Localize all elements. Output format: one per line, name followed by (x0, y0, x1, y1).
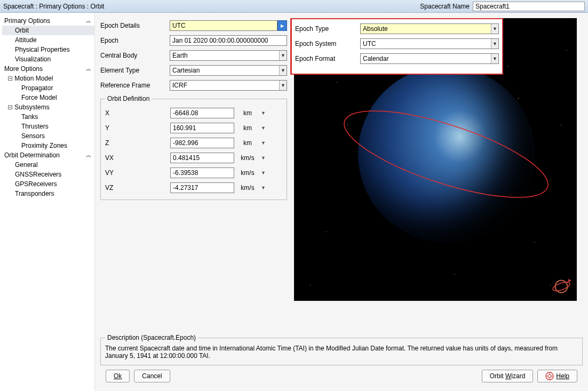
orbit-vx-input[interactable] (170, 153, 234, 163)
epoch-format-combo[interactable]: Calendar▼ (360, 53, 499, 64)
orbit-vz-input[interactable] (170, 182, 234, 193)
chevron-down-icon: ▼ (491, 24, 498, 34)
epoch-details-popup-overlay: Epoch Type Absolute▼ Epoch System UTC▼ E… (291, 18, 503, 75)
description-text: The current Spacecraft date and time in … (105, 345, 578, 360)
svg-point-5 (548, 374, 551, 378)
orbit-vz-unit: km/s (234, 184, 261, 191)
unit-menu-z[interactable]: ▼ (261, 140, 268, 146)
section-primary-options[interactable]: Primary Options︽ (2, 16, 94, 26)
sidebar-item-transponders[interactable]: Transponders (2, 189, 94, 198)
orbit-definition-legend: Orbit Definition (105, 95, 152, 102)
sidebar-item-orbit[interactable]: Orbit (2, 26, 94, 35)
sidebar-item-physical-properties[interactable]: Physical Properties (2, 45, 94, 54)
epoch-details-expand-button[interactable]: ▶ (277, 20, 287, 31)
sidebar-item-tanks[interactable]: Tanks (2, 112, 94, 122)
cancel-button[interactable]: Cancel (134, 370, 170, 382)
chevron-up-icon: ︽ (85, 151, 92, 159)
orbit-z-input[interactable] (170, 138, 234, 148)
orbit-x-unit: km (234, 109, 261, 117)
epoch-label: Epoch (100, 37, 170, 44)
unit-menu-x[interactable]: ▼ (261, 110, 268, 116)
reference-frame-combo[interactable]: ICRF▼ (170, 80, 287, 91)
unit-menu-vy[interactable]: ▼ (261, 170, 268, 175)
sidebar-item-force-model[interactable]: Force Model (2, 93, 94, 102)
title-bar: Spacecraft : Primary Options : Orbit Spa… (0, 0, 588, 13)
ok-button[interactable]: Ok (106, 370, 130, 382)
sidebar-item-thrusters[interactable]: Thrusters (2, 122, 94, 131)
sidebar-item-proximity-zones[interactable]: Proximity Zones (2, 141, 94, 150)
section-subsystems[interactable]: ⊟ Subsystems (2, 102, 94, 112)
element-type-combo[interactable]: Cartesian▼ (170, 65, 287, 76)
central-body-label: Central Body (100, 52, 170, 59)
svg-marker-3 (568, 278, 571, 282)
chevron-down-icon: ▼ (279, 51, 287, 60)
unit-menu-y[interactable]: ▼ (261, 125, 268, 131)
svg-point-0 (336, 93, 557, 215)
reference-frame-label: Reference Frame (100, 82, 170, 89)
sidebar-item-visualization[interactable]: Visualization (2, 54, 94, 64)
svg-point-2 (552, 280, 571, 292)
unit-menu-vx[interactable]: ▼ (261, 155, 268, 161)
orbit-definition-group: Orbit Definition Xkm▼ Ykm▼ Zkm▼ VXkm/s▼ … (100, 95, 287, 200)
spacecraft-name-label: Spacecraft Name (420, 3, 470, 10)
chevron-down-icon: ▼ (491, 39, 498, 49)
chevron-down-icon: ▼ (491, 54, 498, 63)
minus-icon: ⊟ (7, 75, 13, 82)
chevron-up-icon: ︽ (85, 65, 92, 73)
minus-icon: ⊟ (7, 103, 13, 111)
central-body-combo[interactable]: Earth▼ (170, 50, 287, 61)
sidebar-item-attitude[interactable]: Attitude (2, 35, 94, 45)
orbit-vy-unit: km/s (234, 169, 261, 177)
epoch-details-combo[interactable]: UTC (170, 20, 277, 31)
chevron-down-icon: ▼ (279, 81, 287, 90)
sidebar-item-general[interactable]: General (2, 160, 94, 170)
chevron-up-icon: ︽ (85, 17, 92, 25)
button-bar: Ok Cancel Orbit Wizard Help (100, 365, 583, 388)
orbit-z-unit: km (234, 139, 261, 147)
orbit-form: Epoch Details UTC ▶ Epoch Central Body E… (100, 18, 287, 301)
chevron-down-icon: ▼ (279, 66, 287, 75)
orbit-x-input[interactable] (170, 108, 234, 118)
section-motion-model[interactable]: ⊟ Motion Model (2, 74, 94, 83)
help-icon (545, 372, 554, 380)
section-more-options[interactable]: More Options︽ (2, 64, 94, 74)
description-group: Description (Spacecraft.Epoch) The curre… (100, 334, 583, 365)
element-type-label: Element Type (100, 67, 170, 74)
description-legend: Description (Spacecraft.Epoch) (105, 334, 198, 341)
help-button[interactable]: Help (537, 370, 577, 382)
epoch-input[interactable] (170, 35, 287, 46)
sidebar-item-gnss-receivers[interactable]: GNSSReceivers (2, 170, 94, 179)
sidebar-item-sensors[interactable]: Sensors (2, 131, 94, 141)
orbit-vy-input[interactable] (170, 167, 234, 178)
unit-menu-vz[interactable]: ▼ (261, 185, 268, 190)
epoch-type-combo[interactable]: Absolute▼ (360, 23, 499, 34)
orbit-y-input[interactable] (170, 123, 234, 133)
sidebar: Primary Options︽ Orbit Attitude Physical… (0, 13, 95, 391)
orbit-vx-unit: km/s (234, 154, 261, 162)
spacecraft-name-input[interactable] (473, 2, 585, 11)
sidebar-item-gps-receivers[interactable]: GPSReceivers (2, 179, 94, 189)
sidebar-item-propagator[interactable]: Propagator (2, 83, 94, 93)
orbit-wizard-button[interactable]: Orbit Wizard (482, 370, 534, 382)
epoch-system-combo[interactable]: UTC▼ (360, 38, 499, 49)
section-orbit-determination[interactable]: Orbit Determination︽ (2, 150, 94, 160)
breadcrumb: Spacecraft : Primary Options : Orbit (3, 3, 104, 10)
orbit-y-unit: km (234, 124, 261, 132)
epoch-details-label: Epoch Details (100, 22, 170, 29)
orbit-indicator-icon (550, 274, 573, 297)
